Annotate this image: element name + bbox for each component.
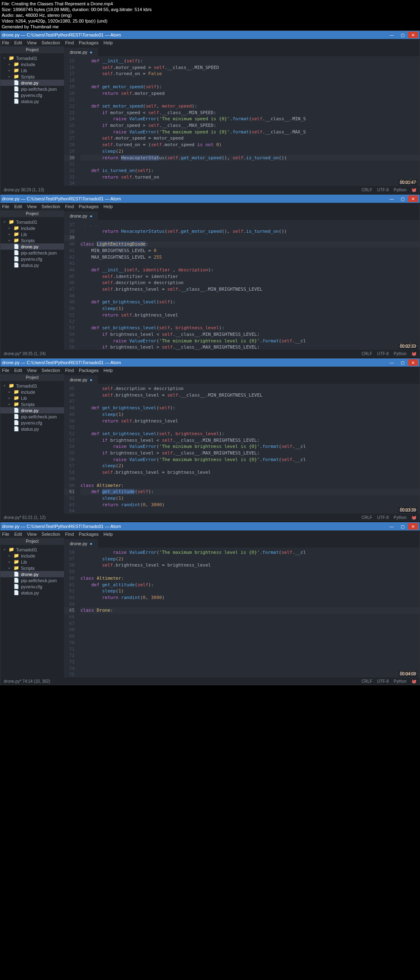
- close-button[interactable]: ✕: [408, 32, 418, 38]
- status-left: drone.py* 74:14 (10, 382): [4, 679, 50, 684]
- status-item[interactable]: UTF-8: [377, 188, 389, 192]
- status-item[interactable]: Python: [394, 351, 406, 356]
- close-button[interactable]: ✕: [408, 195, 418, 202]
- minimize-button[interactable]: —: [387, 195, 397, 202]
- maximize-button[interactable]: ▢: [397, 32, 407, 38]
- menu-item[interactable]: Packages: [79, 40, 98, 45]
- tree-file[interactable]: 📄 drone.py: [0, 571, 64, 577]
- menu-item[interactable]: File: [2, 532, 9, 537]
- menu-item[interactable]: File: [2, 40, 9, 45]
- tree-root[interactable]: ▾📁 Tornado01: [0, 383, 64, 389]
- minimize-button[interactable]: —: [387, 32, 397, 38]
- tree-file[interactable]: 📄 pyvenv.cfg: [0, 583, 64, 590]
- maximize-button[interactable]: ▢: [397, 359, 407, 366]
- menu-item[interactable]: Packages: [79, 368, 98, 373]
- status-item[interactable]: Python: [394, 679, 406, 684]
- tree-folder[interactable]: ▸📁 include: [0, 389, 64, 395]
- editor-tab[interactable]: drone.py●: [64, 375, 98, 384]
- tab-bar: drone.py●: [64, 538, 420, 548]
- menu-item[interactable]: Find: [65, 40, 74, 45]
- menu-item[interactable]: File: [2, 204, 9, 209]
- tree-folder[interactable]: ▸📁 Scripts: [0, 237, 64, 243]
- maximize-button[interactable]: ▢: [397, 195, 407, 202]
- editor-tab[interactable]: drone.py●: [64, 539, 98, 548]
- status-item[interactable]: Python: [394, 515, 406, 520]
- code-content[interactable]: def __init__(self): self.motor_speed = s…: [78, 56, 420, 186]
- code-editor[interactable]: 5657585960616263646566676869707172737475…: [64, 548, 420, 677]
- tree-file[interactable]: 📄 status.py: [0, 98, 64, 104]
- tree-file[interactable]: 📄 pyvenv.cfg: [0, 420, 64, 426]
- menu-item[interactable]: View: [27, 40, 37, 45]
- menu-item[interactable]: View: [27, 204, 37, 209]
- menu-item[interactable]: Help: [103, 40, 113, 45]
- menu-item[interactable]: Find: [65, 204, 74, 209]
- tree-file[interactable]: 📄 drone.py: [0, 80, 64, 86]
- tree-file[interactable]: 📄 pip-selfcheck.json: [0, 250, 64, 256]
- tree-folder[interactable]: ▸📁 Scripts: [0, 565, 64, 571]
- status-item[interactable]: CRLF: [361, 351, 372, 356]
- tree-file[interactable]: 📄 pyvenv.cfg: [0, 92, 64, 98]
- code-content[interactable]: . . . return HexacopterStatus(self.get_m…: [78, 220, 420, 350]
- tree-file[interactable]: 📄 drone.py: [0, 407, 64, 413]
- tree-folder[interactable]: ▸📁 Lib: [0, 67, 64, 73]
- status-item[interactable]: UTF-8: [377, 351, 389, 356]
- tree-folder[interactable]: ▸📁 include: [0, 61, 64, 67]
- tree-file[interactable]: 📄 pip-selfcheck.json: [0, 413, 64, 420]
- status-item[interactable]: CRLF: [361, 679, 372, 684]
- code-content[interactable]: self.description = description self.brig…: [78, 384, 420, 514]
- editor-tab[interactable]: drone.py●: [64, 211, 98, 220]
- close-button[interactable]: ✕: [408, 359, 418, 366]
- status-item[interactable]: CRLF: [361, 188, 372, 192]
- menu-item[interactable]: Packages: [79, 532, 98, 537]
- close-button[interactable]: ✕: [408, 523, 418, 530]
- menu-item[interactable]: Edit: [14, 368, 22, 373]
- minimize-button[interactable]: —: [387, 523, 397, 530]
- menu-item[interactable]: View: [27, 532, 37, 537]
- menu-item[interactable]: Selection: [41, 532, 60, 537]
- tree-folder[interactable]: ▸📁 include: [0, 225, 64, 231]
- tree-file[interactable]: 📄 status.py: [0, 590, 64, 596]
- status-item[interactable]: UTF-8: [377, 679, 389, 684]
- code-content[interactable]: raise ValueError('The maximum brightness…: [78, 548, 420, 677]
- menu-item[interactable]: Edit: [14, 532, 22, 537]
- menu-item[interactable]: Help: [103, 532, 113, 537]
- tree-root[interactable]: ▾📁 Tornado01: [0, 219, 64, 225]
- tree-folder[interactable]: ▸📁 include: [0, 553, 64, 559]
- tree-folder[interactable]: ▸📁 Scripts: [0, 401, 64, 407]
- menu-item[interactable]: Selection: [41, 40, 60, 45]
- menu-item[interactable]: Help: [103, 368, 113, 373]
- tree-file[interactable]: 📄 pip-selfcheck.json: [0, 86, 64, 92]
- maximize-button[interactable]: ▢: [397, 523, 407, 530]
- status-item[interactable]: UTF-8: [377, 515, 389, 520]
- editor-tab[interactable]: drone.py●: [64, 48, 98, 56]
- tree-folder[interactable]: ▸📁 Scripts: [0, 73, 64, 80]
- tree-root[interactable]: ▾📁 Tornado01: [0, 55, 64, 61]
- menu-item[interactable]: Help: [103, 204, 113, 209]
- tree-file[interactable]: 📄 drone.py: [0, 243, 64, 250]
- menu-item[interactable]: Find: [65, 368, 74, 373]
- tab-bar: drone.py●: [64, 374, 420, 384]
- menu-item[interactable]: Selection: [41, 368, 60, 373]
- tree-file[interactable]: 📄 status.py: [0, 262, 64, 268]
- menu-item[interactable]: Packages: [79, 204, 98, 209]
- menu-item[interactable]: File: [2, 368, 9, 373]
- code-editor[interactable]: 1516171819202122232425262728293031323334…: [64, 56, 420, 186]
- status-item[interactable]: Python: [394, 188, 406, 192]
- menu-item[interactable]: Find: [65, 532, 74, 537]
- menu-item[interactable]: Edit: [14, 204, 22, 209]
- tree-folder[interactable]: ▸📁 Lib: [0, 395, 64, 401]
- tree-folder[interactable]: ▸📁 Lib: [0, 231, 64, 237]
- menu-item[interactable]: View: [27, 368, 37, 373]
- menu-item[interactable]: Selection: [41, 204, 60, 209]
- tree-file[interactable]: 📄 pyvenv.cfg: [0, 256, 64, 262]
- status-item[interactable]: CRLF: [361, 515, 372, 520]
- minimize-button[interactable]: —: [387, 359, 397, 366]
- tree-file[interactable]: 📄 pip-selfcheck.json: [0, 577, 64, 583]
- code-editor[interactable]: 3738394041424344454647484950515253545556…: [64, 220, 420, 350]
- tree-root[interactable]: ▾📁 Tornado01: [0, 546, 64, 553]
- tree-folder[interactable]: ▸📁 Lib: [0, 559, 64, 565]
- menu-item[interactable]: Edit: [14, 40, 22, 45]
- menu-bar: FileEditViewSelectionFindPackagesHelp: [0, 530, 420, 538]
- code-editor[interactable]: 4546474849505152535455565758596061626364…: [64, 384, 420, 514]
- tree-file[interactable]: 📄 status.py: [0, 426, 64, 432]
